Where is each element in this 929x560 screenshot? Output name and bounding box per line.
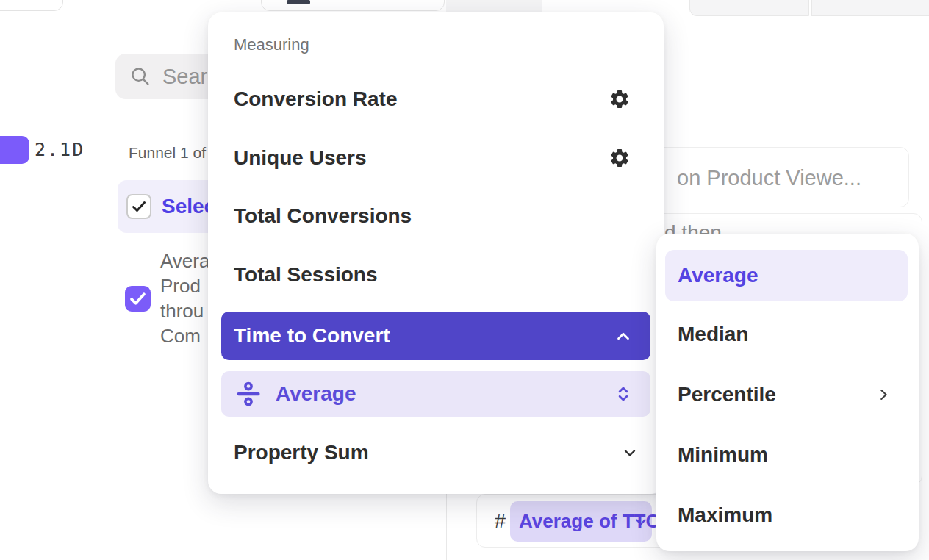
gear-icon[interactable] bbox=[609, 88, 631, 110]
cropped-dropdown-fragment[interactable] bbox=[261, 0, 445, 11]
menu-item-label: Total Sessions bbox=[234, 259, 378, 290]
cropped-segment-button-left[interactable] bbox=[689, 0, 809, 16]
menu-subitem-average-aggregation[interactable]: Average bbox=[221, 371, 650, 417]
submenu-item-average-selected[interactable]: Average bbox=[665, 250, 908, 301]
step-checkbox[interactable] bbox=[125, 286, 151, 312]
submenu-item-percentile[interactable]: Percentile bbox=[656, 379, 919, 410]
menu-item-label: Time to Convert bbox=[234, 312, 390, 360]
metric-type-card: # Average of TTC bbox=[476, 494, 675, 548]
funnel-pagination-label: Funnel 1 of bbox=[129, 144, 206, 162]
menu-item-label: Average bbox=[276, 371, 356, 417]
menu-item-time-to-convert-selected[interactable]: Time to Convert bbox=[221, 312, 650, 360]
checkmark-icon bbox=[130, 198, 148, 215]
cropped-control-fragment bbox=[0, 0, 63, 11]
select-checkbox[interactable] bbox=[126, 194, 151, 219]
menu-item-conversion-rate[interactable]: Conversion Rate bbox=[208, 84, 664, 115]
numeric-type-symbol: # bbox=[495, 495, 506, 548]
step-duration-label: 2.1D bbox=[35, 136, 85, 164]
menu-item-label: Conversion Rate bbox=[234, 84, 398, 115]
menu-item-unique-users[interactable]: Unique Users bbox=[208, 143, 664, 173]
step-color-bar bbox=[0, 136, 29, 164]
checkmark-icon bbox=[128, 289, 148, 309]
measuring-menu: Measuring Conversion Rate Unique Users T… bbox=[208, 12, 664, 494]
app-canvas: 2.1D Funnel 1 of Select Avera Prod throu… bbox=[0, 0, 929, 560]
search-icon bbox=[129, 65, 151, 87]
gear-icon[interactable] bbox=[609, 147, 631, 169]
chevron-up-icon bbox=[614, 327, 633, 346]
up-down-chevrons-icon bbox=[614, 384, 633, 403]
submenu-item-label: Median bbox=[678, 319, 748, 350]
menu-item-property-sum[interactable]: Property Sum bbox=[208, 437, 664, 468]
submenu-item-label: Average bbox=[678, 250, 758, 301]
fragment-glyph bbox=[287, 0, 310, 4]
submenu-item-label: Minimum bbox=[678, 439, 768, 470]
chevron-right-icon bbox=[875, 387, 892, 403]
chevron-down-icon bbox=[633, 514, 649, 530]
vertical-divider bbox=[104, 0, 104, 560]
aggregation-submenu: Average Median Percentile Minimum Maximu… bbox=[656, 234, 919, 551]
chevron-down-icon bbox=[621, 444, 639, 462]
submenu-item-minimum[interactable]: Minimum bbox=[656, 439, 919, 470]
measuring-menu-header: Measuring bbox=[234, 35, 309, 54]
menu-item-total-sessions[interactable]: Total Sessions bbox=[208, 259, 664, 290]
menu-item-label: Unique Users bbox=[234, 143, 367, 173]
step-description: Avera Prod throu Com bbox=[160, 248, 209, 348]
submenu-item-median[interactable]: Median bbox=[656, 319, 919, 350]
cropped-segment-button-right[interactable] bbox=[811, 0, 929, 16]
metric-dropdown[interactable]: Average of TTC bbox=[510, 501, 652, 542]
cropped-tab-fragment[interactable] bbox=[446, 0, 542, 13]
menu-item-label: Property Sum bbox=[234, 437, 369, 468]
menu-item-total-conversions[interactable]: Total Conversions bbox=[208, 201, 664, 231]
menu-item-label: Total Conversions bbox=[234, 201, 412, 231]
submenu-item-maximum[interactable]: Maximum bbox=[656, 500, 919, 531]
submenu-item-label: Percentile bbox=[678, 379, 776, 410]
event-step-label: on Product Viewe... bbox=[677, 148, 861, 208]
divide-icon bbox=[236, 381, 261, 406]
submenu-item-label: Maximum bbox=[678, 500, 772, 531]
